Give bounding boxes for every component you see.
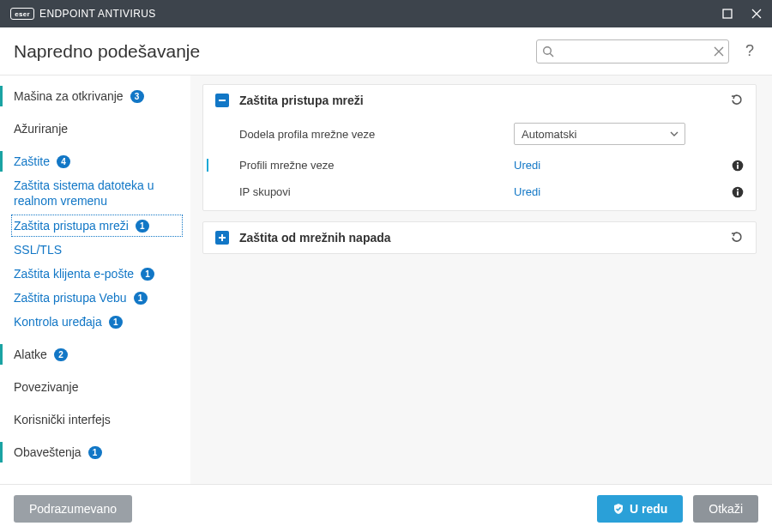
brand: eser ENDPOINT ANTIVIRUS [10,8,156,20]
window-maximize-icon[interactable] [721,7,734,21]
info-icon[interactable] [732,186,744,198]
sidebar-item-notifications[interactable]: Obaveštenja 1 [0,440,190,464]
sidebar-item-protections[interactable]: Zaštite 4 [0,149,190,173]
svg-rect-5 [737,162,739,164]
count-badge: 1 [134,292,148,305]
sidebar-item-label: Zaštita pristupa Vebu [14,291,127,305]
row-label: Dodela profila mrežne veze [239,128,514,141]
svg-rect-2 [219,100,226,101]
sidebar-item-device-control[interactable]: Kontrola uređaja 1 [0,310,190,334]
sidebar-item-connectivity[interactable]: Povezivanje [0,375,190,399]
help-button[interactable]: ? [741,42,758,60]
sidebar-item-label: Kontrola uređaja [14,315,102,329]
panel-network-access: Zaštita pristupa mreži Dodela profila mr… [202,84,757,211]
shield-check-icon [612,503,624,515]
select-display[interactable] [514,123,685,145]
profile-assign-select[interactable] [514,123,685,145]
search-field [536,39,729,63]
edit-link[interactable]: Uredi [514,159,540,172]
sidebar-item-web-access[interactable]: Zaštita pristupa Vebu 1 [0,286,190,310]
sidebar-item-label: Mašina za otkrivanje [14,89,124,103]
edit-link[interactable]: Uredi [514,185,540,198]
row-label: Profili mrežne veze [239,159,514,172]
undo-icon[interactable] [730,94,744,107]
sidebar-item-email-client[interactable]: Zaštita klijenta e-pošte 1 [0,262,190,286]
default-button[interactable]: Podrazumevano [14,495,132,523]
info-icon[interactable] [732,160,744,172]
panel-title: Zaštita pristupa mreži [239,94,364,107]
count-badge: 3 [130,90,144,103]
svg-rect-7 [737,190,739,195]
cancel-button[interactable]: Otkaži [693,495,758,523]
row-ip-sets: IP skupovi Uredi [203,178,756,210]
ok-button[interactable]: U redu [597,495,683,523]
brand-name: ENDPOINT ANTIVIRUS [39,8,156,20]
sidebar-item-tools[interactable]: Alatke 2 [0,342,190,366]
undo-icon[interactable] [730,231,744,245]
sidebar-item-ssl-tls[interactable]: SSL/TLS [0,238,190,262]
sidebar-item-label: Ažuriranje [14,122,68,136]
sidebar-item-label: SSL/TLS [14,243,62,257]
ok-label: U redu [630,502,667,516]
svg-rect-8 [737,189,739,190]
sidebar-item-label: Zaštite [14,154,50,168]
header: Napredno podešavanje ? [0,27,772,76]
panel-header[interactable]: Zaštita pristupa mreži [203,85,756,116]
sidebar-item-label: Korisnički interfejs [14,413,111,426]
footer: Podrazumevano U redu Otkaži [0,484,772,532]
sidebar-item-ui[interactable]: Korisnički interfejs [0,408,190,432]
titlebar: eser ENDPOINT ANTIVIRUS [0,0,772,27]
sidebar-item-label: Alatke [14,348,47,361]
svg-rect-10 [219,237,226,239]
row-label: IP skupovi [239,185,514,198]
page-title: Napredno podešavanje [14,41,200,62]
sidebar-item-label: Obaveštenja [14,445,81,459]
main-content: Zaštita pristupa mreži Dodela profila mr… [190,76,772,484]
sidebar-item-label: Zaštita sistema datoteka u realnom vreme… [14,178,178,209]
search-icon [542,45,554,57]
sidebar-item-detection-engine[interactable]: Mašina za otkrivanje 3 [0,84,190,108]
panel-network-attack: Zaštita od mrežnih napada [202,221,757,254]
count-badge: 1 [136,220,149,233]
panel-title: Zaštita od mrežnih napada [239,231,391,245]
expand-icon[interactable] [215,231,229,245]
row-network-profiles: Profili mrežne veze Uredi [203,152,756,178]
row-profile-assignment: Dodela profila mrežne veze [203,116,756,152]
sidebar-item-network-access[interactable]: Zaštita pristupa mreži 1 [10,214,184,238]
sidebar-item-update[interactable]: Ažuriranje [0,117,190,141]
sidebar: Mašina za otkrivanje 3 Ažuriranje Zaštit… [0,76,190,484]
sidebar-item-label: Zaštita klijenta e-pošte [14,267,134,281]
svg-point-1 [544,46,552,54]
brand-logo: eser [10,8,34,20]
count-badge: 4 [57,155,70,168]
sidebar-item-label: Povezivanje [14,380,79,394]
sidebar-item-label: Zaštita pristupa mreži [14,219,129,233]
count-badge: 1 [141,268,154,281]
sidebar-item-realtime-fs[interactable]: Zaštita sistema datoteka u realnom vreme… [0,173,190,214]
count-badge: 2 [54,348,68,361]
count-badge: 1 [109,316,123,329]
clear-icon[interactable] [714,46,724,57]
svg-rect-0 [723,9,732,18]
search-input[interactable] [536,39,729,63]
collapse-icon[interactable] [215,94,229,107]
svg-rect-4 [737,164,739,168]
count-badge: 1 [88,446,102,459]
panel-header[interactable]: Zaštita od mrežnih napada [203,222,756,253]
window-close-icon[interactable] [750,7,763,21]
window-controls [721,7,763,21]
